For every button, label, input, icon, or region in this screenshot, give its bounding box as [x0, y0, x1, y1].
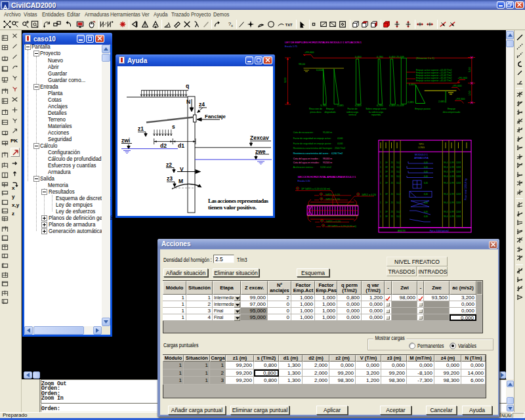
svg-text:99,4: 99,4: [444, 161, 448, 164]
svg-text:1: 1: [380, 211, 381, 213]
svg-text:+95,000: +95,000: [452, 84, 462, 87]
svg-text:SECCION HORIZONTAL ARMADURA MO: SECCION HORIZONTAL ARMADURA MODULO 1: [298, 175, 357, 178]
svg-text:d2: d2: [160, 142, 167, 149]
svg-text:25: 25: [391, 193, 394, 196]
svg-text:0,99: 0,99: [450, 215, 454, 218]
svg-text:0,004: 0,004: [316, 68, 324, 72]
svg-text:5Ø25 a 0,20: 5Ø25 a 0,20: [326, 193, 341, 196]
svg-text:6,40: 6,40: [424, 193, 428, 196]
svg-text:0,400: 0,400: [389, 56, 396, 58]
svg-text:0,99: 0,99: [450, 175, 454, 178]
svg-text:1F: 1F: [385, 175, 388, 178]
svg-text:25: 25: [391, 182, 394, 184]
svg-text:25: 25: [391, 201, 394, 204]
svg-text:degradado: degradado: [324, 111, 335, 114]
svg-text:1: 1: [380, 193, 381, 196]
svg-text:0,99: 0,99: [450, 166, 454, 169]
svg-text:descompensado: descompensado: [443, 111, 460, 114]
svg-text:zwe: zwe: [255, 148, 266, 155]
svg-text:25: 25: [391, 211, 394, 213]
svg-text:0,780: 0,780: [377, 104, 383, 107]
svg-text:1: 1: [380, 201, 381, 204]
svg-text:x: x: [231, 24, 233, 28]
svg-text:LEY DE EMPUJES HORIZONTALES M: LEY DE EMPUJES HORIZONTALES MODULO 1 SIT…: [285, 41, 362, 44]
svg-text:1203: 1203: [456, 175, 461, 178]
svg-text:99,4: 99,4: [444, 171, 448, 173]
svg-text:99,4: 99,4: [444, 201, 448, 204]
svg-text:q: q: [186, 83, 189, 89]
svg-text:Factor de seguridad en empuje: Factor de seguridad en empuje activo :: [293, 137, 332, 140]
svg-text:sobrecarga: sobrecarga: [346, 111, 358, 114]
svg-text:TXT: TXT: [285, 23, 293, 27]
svg-text:z1: z1: [138, 125, 144, 132]
svg-text:6,40: 6,40: [424, 215, 428, 218]
svg-text:10,2: 10,2: [396, 171, 400, 173]
svg-text:d1: d1: [178, 142, 184, 149]
svg-text:2,685: 2,685: [408, 101, 414, 104]
svg-text:1203: 1203: [456, 211, 461, 213]
svg-text:6,40: 6,40: [424, 182, 428, 184]
svg-text:+93,500: +93,500: [455, 97, 465, 100]
svg-text:1203: 1203: [456, 166, 461, 169]
svg-text:la sobrecarga: la sobrecarga: [369, 111, 383, 114]
svg-text:1F: 1F: [385, 161, 388, 164]
svg-text:z2: z2: [166, 161, 172, 168]
svg-text:Fanclaje: Fanclaje: [205, 114, 226, 119]
svg-text:Factor de: Factor de: [347, 108, 357, 110]
svg-text:6,40: 6,40: [424, 175, 428, 178]
svg-text:N: N: [186, 98, 190, 105]
svg-text:25: 25: [391, 161, 394, 164]
svg-text:10,2: 10,2: [396, 175, 400, 178]
svg-text:25: 25: [391, 215, 394, 218]
svg-text:1: 1: [380, 171, 381, 173]
svg-text:Zexcav: Zexcav: [250, 135, 269, 141]
svg-text:10,2: 10,2: [396, 161, 400, 164]
svg-text:98,00: 98,00: [299, 62, 306, 66]
svg-text:1203: 1203: [456, 201, 461, 204]
svg-text:z4: z4: [199, 101, 205, 108]
svg-text:0,99: 0,99: [450, 161, 454, 164]
svg-text:4,200 T/m2: 4,200 T/m2: [331, 152, 343, 155]
svg-text:ANDTR: ANDTR: [398, 230, 406, 232]
svg-text:10,2: 10,2: [396, 193, 400, 196]
svg-text:Empuje activo superior +42,: Empuje activo superior +42,43 T/m2: [416, 79, 452, 82]
svg-text:0,99: 0,99: [450, 211, 454, 213]
svg-text:2,685: 2,685: [438, 100, 445, 103]
svg-text:Escala 1:75: Escala 1:75: [285, 45, 297, 48]
svg-text:1P 5Ø25 a 0,20 (0,50 m): 1P 5Ø25 a 0,20 (0,50 m): [301, 187, 331, 190]
svg-text:1F: 1F: [385, 166, 388, 169]
svg-text:6,40: 6,40: [424, 161, 428, 164]
svg-text:9,00: 9,00: [284, 77, 287, 83]
svg-text:1: 1: [380, 161, 381, 164]
svg-text:Aceleracion sismica :: Aceleracion sismica :: [293, 166, 314, 169]
svg-text:repartida: repartida: [371, 114, 381, 116]
svg-text:Cota del agua en intrados :: Cota del agua en intrados :: [293, 161, 320, 164]
svg-text:93,500 m: 93,500 m: [323, 161, 332, 164]
svg-text:TIPO: TIPO: [419, 143, 424, 146]
svg-text:1203: 1203: [456, 193, 461, 196]
svg-text:1: 1: [380, 182, 381, 184]
svg-text:10,2: 10,2: [396, 211, 400, 213]
svg-text:99,4: 99,4: [444, 211, 448, 213]
svg-text:6,40: 6,40: [424, 211, 428, 213]
svg-text:1F: 1F: [385, 171, 388, 173]
svg-text:+99,000: +99,000: [304, 51, 314, 54]
svg-text:3,200 m/s2: 3,200 m/s2: [320, 166, 331, 169]
svg-text:1203: 1203: [456, 161, 461, 164]
svg-text:zwi: zwi: [121, 137, 130, 144]
svg-text:Resistencia caracteristica del: Resistencia caracteristica del hormigon …: [293, 147, 333, 150]
svg-text:1: 1: [380, 215, 381, 218]
svg-text:95,000 m: 95,000 m: [323, 131, 332, 134]
svg-text:0,99: 0,99: [450, 182, 454, 184]
svg-text:10,2: 10,2: [396, 166, 400, 169]
svg-text:0,400: 0,400: [389, 104, 396, 107]
svg-text:1F: 1F: [385, 201, 388, 204]
svg-text:0,780: 0,780: [377, 56, 383, 58]
svg-text:Empuje: Empuje: [326, 108, 334, 110]
svg-text:Reaccion de: Reaccion de: [309, 108, 322, 110]
svg-text:ARMADURA: ARMADURA: [414, 157, 429, 159]
svg-text:Empuje pasivo: Empuje pasivo: [415, 108, 430, 110]
svg-text:0,400: 0,400: [355, 56, 362, 58]
svg-text:1203: 1203: [456, 215, 461, 218]
svg-text:Peso total 1203,6 kg: Peso total 1203,6 kg: [465, 178, 467, 200]
